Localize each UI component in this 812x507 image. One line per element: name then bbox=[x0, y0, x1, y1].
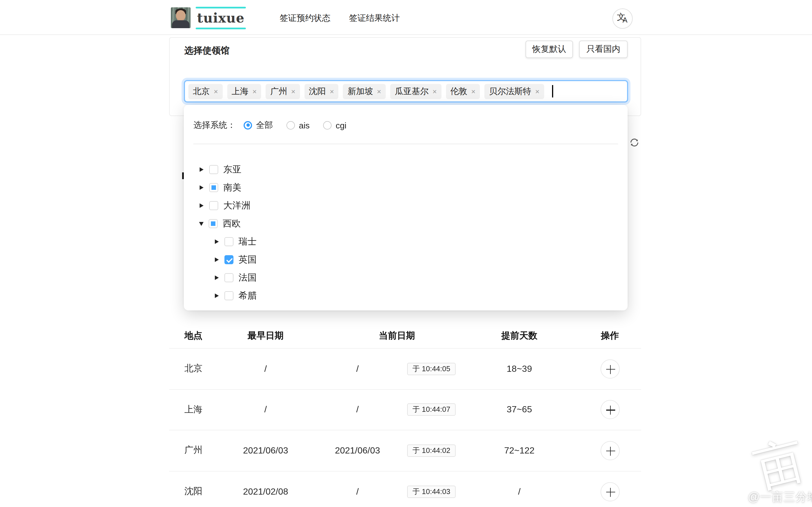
checkbox-icon[interactable] bbox=[209, 165, 218, 174]
cell-location: 广州 bbox=[169, 445, 223, 457]
divider bbox=[193, 144, 618, 144]
tag-shanghai[interactable]: 上海× bbox=[227, 83, 261, 99]
cell-earliest-date: / bbox=[223, 405, 308, 415]
language-toggle-button[interactable]: 文 A bbox=[612, 8, 633, 29]
checkbox-icon[interactable] bbox=[224, 291, 234, 300]
tag-belfast[interactable]: 贝尔法斯特× bbox=[485, 83, 544, 99]
tree-node-uk[interactable]: 英国 bbox=[184, 251, 627, 269]
col-header-advance-days: 提前天数 bbox=[460, 330, 578, 342]
nav-visa-result-stats[interactable]: 签证结果统计 bbox=[349, 13, 400, 24]
radio-icon[interactable] bbox=[323, 121, 332, 129]
cell-advance-days: 72~122 bbox=[460, 446, 578, 456]
radio-option-all[interactable]: 全部 bbox=[244, 120, 273, 130]
checked-at-badge[interactable]: 于 10:44:05 bbox=[407, 363, 456, 375]
domestic-only-button[interactable]: 只看国内 bbox=[579, 41, 627, 58]
tag-guangzhou[interactable]: 广州× bbox=[266, 83, 300, 99]
checkbox-icon[interactable] bbox=[209, 219, 218, 228]
cell-location: 上海 bbox=[169, 404, 223, 416]
refresh-icon[interactable] bbox=[629, 137, 640, 148]
logo-line-top bbox=[196, 7, 246, 8]
remove-tag-icon[interactable]: × bbox=[291, 87, 295, 96]
table-row-beijing: 北京 / / 于 10:44:05 18~39 bbox=[169, 349, 641, 390]
expand-arrow-icon[interactable] bbox=[200, 167, 204, 172]
region-tree: 东亚 南美 大洋洲 西欧 瑞士 bbox=[184, 161, 627, 305]
remove-tag-icon[interactable]: × bbox=[377, 87, 381, 96]
cell-current-date: / 于 10:44:03 bbox=[308, 486, 460, 498]
consulate-selector-card: 选择使领馆 恢复默认 只看国内 bbox=[169, 37, 641, 116]
card-title: 选择使领馆 bbox=[185, 45, 230, 57]
tree-node-oceania[interactable]: 大洋洲 bbox=[184, 196, 627, 215]
add-subscription-button[interactable] bbox=[600, 359, 619, 379]
tag-london[interactable]: 伦敦× bbox=[446, 83, 480, 99]
cell-earliest-date: / bbox=[223, 364, 308, 374]
add-subscription-button[interactable] bbox=[600, 400, 619, 419]
cell-advance-days: 18~39 bbox=[460, 364, 578, 374]
radio-icon[interactable] bbox=[287, 121, 295, 129]
checkbox-icon[interactable] bbox=[224, 273, 234, 282]
tag-singapore[interactable]: 新加坡× bbox=[343, 83, 386, 99]
checkbox-icon[interactable] bbox=[224, 255, 234, 264]
table-row-shenyang: 沈阳 2021/02/08 / 于 10:44:03 / bbox=[169, 471, 641, 507]
expand-arrow-icon[interactable] bbox=[200, 185, 204, 190]
tree-node-east-asia[interactable]: 东亚 bbox=[184, 161, 627, 179]
tree-node-west-europe[interactable]: 西欧 bbox=[184, 215, 627, 233]
expand-arrow-icon[interactable] bbox=[215, 293, 219, 298]
col-header-location: 地点 bbox=[169, 330, 223, 342]
cell-advance-days: 37~65 bbox=[460, 405, 578, 415]
logo-line-bottom bbox=[196, 27, 246, 29]
cell-current-date: / 于 10:44:05 bbox=[308, 363, 460, 375]
checkbox-icon[interactable] bbox=[209, 201, 218, 210]
nav-visa-status[interactable]: 签证预约状态 bbox=[280, 13, 331, 24]
watermark: 亩 @一亩三分地 bbox=[755, 438, 812, 505]
radio-icon[interactable] bbox=[244, 121, 252, 129]
expand-arrow-icon[interactable] bbox=[200, 203, 204, 208]
cell-earliest-date: 2021/02/08 bbox=[223, 487, 308, 497]
radio-option-ais[interactable]: ais bbox=[287, 120, 310, 130]
tree-node-france[interactable]: 法国 bbox=[184, 269, 627, 287]
expand-arrow-icon[interactable] bbox=[215, 276, 219, 280]
remove-tag-icon[interactable]: × bbox=[433, 87, 437, 96]
logo-text: tuixue bbox=[196, 10, 246, 25]
col-header-earliest-date: 最早日期 bbox=[223, 330, 308, 342]
consulate-multiselect-input[interactable]: 北京× 上海× 广州× 沈阳× 新加坡× 瓜亚基尔× 伦敦× 贝尔法斯特× bbox=[184, 80, 628, 103]
remove-tag-icon[interactable]: × bbox=[252, 87, 257, 96]
cell-location: 北京 bbox=[169, 363, 223, 375]
col-header-current-date: 当前日期 bbox=[308, 330, 460, 342]
restore-default-button[interactable]: 恢复默认 bbox=[525, 41, 573, 58]
table-row-shanghai: 上海 / / 于 10:44:07 37~65 bbox=[169, 390, 641, 431]
checked-at-badge[interactable]: 于 10:44:02 bbox=[407, 445, 456, 457]
radio-option-cgi[interactable]: cgi bbox=[323, 120, 346, 130]
checkbox-icon[interactable] bbox=[224, 237, 234, 246]
tree-node-switzerland[interactable]: 瑞士 bbox=[184, 233, 627, 251]
tag-beijing[interactable]: 北京× bbox=[188, 83, 222, 99]
remove-tag-icon[interactable]: × bbox=[330, 87, 334, 96]
remove-tag-icon[interactable]: × bbox=[214, 87, 218, 96]
expand-arrow-icon[interactable] bbox=[215, 239, 219, 244]
table-row-guangzhou: 广州 2021/06/03 2021/06/03 于 10:44:02 72~1… bbox=[169, 431, 641, 471]
text-caret bbox=[552, 85, 553, 98]
tree-node-south-america[interactable]: 南美 bbox=[184, 179, 627, 196]
checkbox-icon[interactable] bbox=[209, 183, 218, 192]
tag-shenyang[interactable]: 沈阳× bbox=[305, 83, 339, 99]
tag-guayaquil[interactable]: 瓜亚基尔× bbox=[390, 83, 441, 99]
expand-arrow-icon[interactable] bbox=[215, 258, 219, 262]
checked-at-badge[interactable]: 于 10:44:03 bbox=[407, 486, 456, 498]
tree-node-greece[interactable]: 希腊 bbox=[184, 287, 627, 305]
remove-tag-icon[interactable]: × bbox=[535, 87, 539, 96]
cell-current-date: / 于 10:44:07 bbox=[308, 404, 460, 416]
page: tuixue 签证预约状态 签证结果统计 文 A 选择使领馆 恢复默认 只看国内… bbox=[0, 0, 812, 507]
checked-at-badge[interactable]: 于 10:44:07 bbox=[407, 404, 456, 416]
watermark-text: @一亩三分地 bbox=[748, 489, 812, 505]
avatar[interactable] bbox=[171, 7, 191, 28]
logo-tuixue[interactable]: tuixue bbox=[196, 7, 246, 29]
remove-tag-icon[interactable]: × bbox=[471, 87, 475, 96]
add-subscription-button[interactable] bbox=[600, 441, 619, 460]
cell-earliest-date: 2021/06/03 bbox=[223, 446, 308, 456]
add-subscription-button[interactable] bbox=[600, 482, 619, 501]
cell-location: 沈阳 bbox=[169, 486, 223, 498]
cell-advance-days: / bbox=[460, 487, 578, 497]
col-header-actions: 操作 bbox=[578, 330, 641, 342]
collapse-arrow-icon[interactable] bbox=[199, 222, 204, 226]
watermark-logo: 亩 bbox=[749, 432, 812, 495]
system-filter-label: 选择系统： bbox=[193, 120, 236, 130]
